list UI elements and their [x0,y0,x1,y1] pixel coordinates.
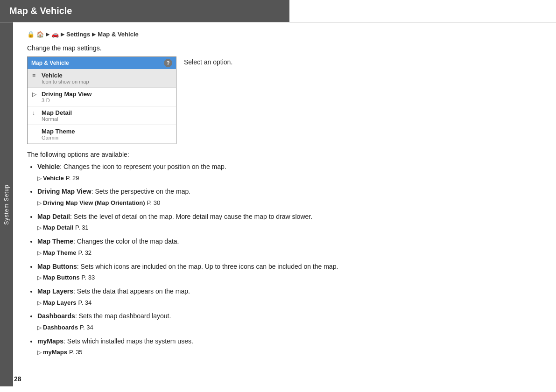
ref-text-mapbuttons: Map Buttons [43,274,80,281]
option-title-vehicle: Vehicle [37,163,60,170]
content-area: 🔒 🏠 ▶ 🚗 ▶ Settings ▶ Map & Vehicle Chang… [13,22,556,386]
ref-text-vehicle: Vehicle [43,175,64,182]
ref-mapbuttons: ▷Map Buttons P. 33 [37,273,542,283]
ref-page-mapdetail: P. 31 [75,224,89,231]
option-title-maplayers: Map Layers [37,287,73,295]
option-desc-vehicle: : Changes the icon to represent your pos… [60,163,226,170]
ref-page-maptheme: P. 32 [78,249,91,256]
ref-page-dashboards: P. 34 [80,324,93,331]
list-item-dashboards: Dashboards: Sets the map dashboard layou… [37,311,542,332]
breadcrumb-arrow-3: ▶ [92,31,96,37]
device-screenshot: Map & Vehicle ? ≡ Vehicle Icon to show o… [27,56,176,144]
intro-text: Change the map settings. [27,44,542,52]
device-menu-item-mapdetail[interactable]: ↓ Map Detail Normal [28,106,176,125]
list-item-mapdetail: Map Detail: Sets the level of detail on … [37,212,542,233]
page-number: 28 [14,375,21,383]
list-item-mymaps: myMaps: Sets which installed maps the sy… [37,336,542,357]
device-menu-item-vehicle[interactable]: ≡ Vehicle Icon to show on map [28,69,176,88]
breadcrumb-section: Map & Vehicle [98,31,138,38]
option-title-maptheme: Map Theme [37,238,73,245]
ref-icon-mapdetail: ▷ [37,224,42,231]
sidebar-label: System Setup [3,184,10,225]
list-item-vehicle: Vehicle: Changes the icon to represent y… [37,162,542,183]
breadcrumb-lock-icon: 🔒 [27,31,35,38]
ref-icon-maplayers: ▷ [37,300,42,306]
ref-page-mapbuttons: P. 33 [82,274,95,281]
page-title: Map & Vehicle [9,6,72,16]
ref-text-driving: Driving Map View (Map Orientation) [43,199,145,206]
menu-subtitle-mapdetail: Normal [42,116,171,122]
menu-title-maptheme: Map Theme [42,128,171,135]
menu-icon-driving: ▷ [32,91,39,98]
ref-maplayers: ▷Map Layers P. 34 [37,298,542,308]
option-desc-maptheme: : Changes the color of the map data. [73,238,179,245]
menu-title-driving: Driving Map View [42,91,171,98]
ref-text-maptheme: Map Theme [43,249,77,256]
breadcrumb: 🔒 🏠 ▶ 🚗 ▶ Settings ▶ Map & Vehicle [27,31,542,38]
menu-icon-mapdetail: ↓ [32,110,39,116]
breadcrumb-arrow-1: ▶ [46,31,49,37]
option-title-mapdetail: Map Detail [37,213,70,220]
ref-dashboards: ▷Dashboards P. 34 [37,322,542,333]
list-item-driving: Driving Map View: Sets the perspective o… [37,187,542,208]
ref-page-driving: P. 30 [147,199,161,206]
ref-icon-mymaps: ▷ [37,349,42,356]
ref-text-mapdetail: Map Detail [43,224,73,231]
device-header: Map & Vehicle ? [28,57,176,69]
screenshot-area: Map & Vehicle ? ≡ Vehicle Icon to show o… [27,56,542,144]
device-header-title: Map & Vehicle [31,60,69,66]
main-content: System Setup 🔒 🏠 ▶ 🚗 ▶ Settings ▶ Map & … [0,22,556,386]
option-title-mapbuttons: Map Buttons [37,263,77,270]
breadcrumb-home-icon: 🏠 [36,31,44,38]
ref-icon-mapbuttons: ▷ [37,274,42,281]
ref-page-maplayers: P. 34 [78,299,91,306]
menu-subtitle-maptheme: Garmin [42,135,171,140]
ref-mapdetail: ▷Map Detail P. 31 [37,223,542,233]
option-title-dashboards: Dashboards [37,312,75,320]
sidebar: System Setup [0,22,13,386]
option-desc-dashboards: : Sets the map dashboard layout. [75,312,171,320]
menu-icon-vehicle: ≡ [32,72,39,79]
page-header: Map & Vehicle [0,0,289,22]
screenshot-caption: Select an option. [184,56,232,66]
list-item-maptheme: Map Theme: Changes the color of the map … [37,237,542,258]
ref-mymaps: ▷myMaps P. 35 [37,347,542,357]
device-help-button[interactable]: ? [164,59,172,67]
options-intro: The following options are available: [27,151,542,158]
option-title-driving: Driving Map View [37,188,91,195]
option-desc-mymaps: : Sets which installed maps the system u… [63,337,193,345]
ref-text-maplayers: Map Layers [43,299,77,306]
options-list: Vehicle: Changes the icon to represent y… [27,162,542,357]
breadcrumb-settings: Settings [66,31,90,38]
device-menu-item-maptheme[interactable]: Map Theme Garmin [28,125,176,144]
option-title-mymaps: myMaps [37,337,63,345]
ref-maptheme: ▷Map Theme P. 32 [37,248,542,258]
device-menu-item-driving[interactable]: ▷ Driving Map View 3-D [28,88,176,106]
breadcrumb-arrow-2: ▶ [61,31,64,37]
menu-title-mapdetail: Map Detail [42,109,171,116]
menu-title-vehicle: Vehicle [42,72,171,79]
ref-icon-driving: ▷ [37,200,42,206]
breadcrumb-car-icon: 🚗 [51,31,59,38]
menu-subtitle-driving: 3-D [42,98,171,103]
ref-icon-vehicle: ▷ [37,175,42,182]
list-item-maplayers: Map Layers: Sets the data that appears o… [37,287,542,308]
ref-page-mymaps: P. 35 [69,349,83,356]
ref-icon-dashboards: ▷ [37,324,42,331]
ref-text-dashboards: Dashboards [43,324,78,331]
option-desc-mapbuttons: : Sets which icons are included on the m… [77,263,338,270]
ref-driving: ▷Driving Map View (Map Orientation) P. 3… [37,198,542,208]
ref-icon-maptheme: ▷ [37,250,42,256]
ref-page-vehicle: P. 29 [66,175,79,182]
menu-subtitle-vehicle: Icon to show on map [42,79,171,84]
option-desc-driving: : Sets the perspective on the map. [91,188,190,195]
ref-text-mymaps: myMaps [43,349,67,356]
option-desc-mapdetail: : Sets the level of detail on the map. M… [70,213,312,220]
option-desc-maplayers: : Sets the data that appears on the map. [73,287,190,295]
ref-vehicle: ▷Vehicle P. 29 [37,173,542,183]
list-item-mapbuttons: Map Buttons: Sets which icons are includ… [37,262,542,283]
